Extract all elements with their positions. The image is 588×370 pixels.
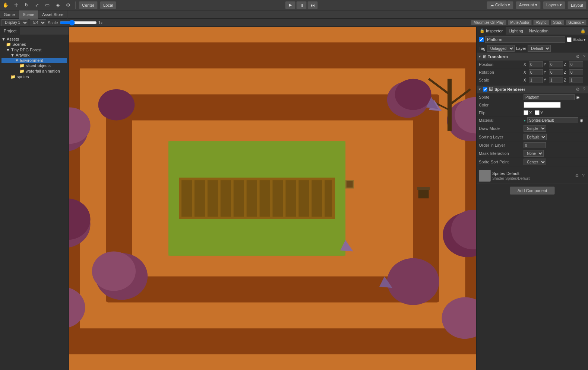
flip-x-label[interactable]: X xyxy=(524,110,532,115)
tree-sprites[interactable]: 📁 sprites xyxy=(1,74,67,80)
sorting-layer-select[interactable]: Default xyxy=(524,134,547,140)
navigation-tab[interactable]: Navigation xyxy=(526,27,551,35)
scale-slider[interactable] xyxy=(60,20,97,26)
scale-z-label: Z xyxy=(564,78,568,82)
mask-interaction-select[interactable]: None xyxy=(524,150,544,157)
svg-rect-15 xyxy=(285,180,296,217)
tree-sliced-objects[interactable]: 📁 sliced-objects xyxy=(1,63,67,68)
sprite-renderer-info-btn[interactable]: ? xyxy=(582,87,587,92)
color-swatch[interactable] xyxy=(524,102,561,108)
game-tab[interactable]: Game xyxy=(0,10,19,19)
custom-tool[interactable]: ⚙ xyxy=(64,1,72,9)
tree-waterfall[interactable]: 📁 waterfall animation xyxy=(1,68,67,74)
material-select-icon[interactable]: ◉ xyxy=(580,118,584,123)
gizmos-btn[interactable]: Gizmos ▾ xyxy=(566,20,587,25)
sprite-sort-point-select[interactable]: Center xyxy=(524,159,546,165)
project-panel-tab[interactable]: Project xyxy=(0,27,20,35)
sep1 xyxy=(75,1,76,9)
panel-lock-icon[interactable]: 🔒 xyxy=(580,28,588,34)
collab-icon: ☁ xyxy=(490,3,494,7)
material-info: Sprites-Default Shader Sprites/Default xyxy=(492,171,530,181)
tree-environment[interactable]: ▼ Environment xyxy=(1,58,67,63)
rotate-tool[interactable]: ↻ xyxy=(22,1,31,9)
rect-tool[interactable]: ▭ xyxy=(43,1,51,9)
stats-btn[interactable]: Stats xyxy=(551,20,565,25)
layer-select[interactable]: Default xyxy=(528,45,551,52)
hand-tool[interactable]: ✋ xyxy=(1,1,10,9)
mute-btn[interactable]: Mute Audio xyxy=(508,20,532,25)
tree-tinyrpg[interactable]: ▼ Tiny RPG Forest xyxy=(1,47,67,52)
layer-label: Layer xyxy=(516,46,527,51)
material-settings-btn[interactable]: ⚙ xyxy=(574,173,580,178)
pos-y-input[interactable] xyxy=(549,61,563,67)
artwork-label: Artwork xyxy=(16,53,29,57)
vsync-btn[interactable]: VSync xyxy=(533,20,549,25)
pos-x-input[interactable] xyxy=(529,61,543,67)
scale-y-input[interactable] xyxy=(549,77,563,83)
rot-y-input[interactable] xyxy=(549,69,563,75)
color-row: Color xyxy=(477,101,588,109)
order-in-layer-input[interactable] xyxy=(524,142,546,148)
transform-header[interactable]: ▼ ⊞ Transform ⚙ ? xyxy=(477,53,588,61)
tag-label: Tag xyxy=(479,46,486,51)
play-button[interactable]: ▶ xyxy=(285,1,295,9)
collab-button[interactable]: ☁ Collab ▾ xyxy=(487,1,513,9)
pos-z-input[interactable] xyxy=(569,61,583,67)
layers-button[interactable]: Layers ▾ xyxy=(543,1,565,9)
tag-select[interactable]: Untagged xyxy=(487,45,515,52)
scale-z-input[interactable] xyxy=(569,77,583,83)
account-button[interactable]: Account ▾ xyxy=(516,1,541,9)
sprite-renderer-settings-btn[interactable]: ⚙ xyxy=(575,87,581,92)
material-section: Sprites-Default Shader Sprites/Default ⚙… xyxy=(477,168,588,184)
gameobject-enable-checkbox[interactable] xyxy=(479,37,484,42)
transform-info-btn[interactable]: ? xyxy=(582,54,587,59)
sprite-renderer-header[interactable]: ▼ 🖼 Sprite Renderer ⚙ ? xyxy=(477,86,588,93)
tree-artwork[interactable]: ▼ Artwork xyxy=(1,52,67,58)
transform-settings-btn[interactable]: ⚙ xyxy=(575,54,581,59)
scene-view[interactable] xyxy=(69,27,476,370)
static-checkbox[interactable] xyxy=(567,37,572,42)
gameobject-name-input[interactable] xyxy=(485,36,565,43)
local-button[interactable]: Local xyxy=(100,1,116,9)
svg-rect-20 xyxy=(168,219,345,256)
scene-tab[interactable]: Scene xyxy=(19,10,38,19)
static-dropdown-icon[interactable]: ▾ xyxy=(584,37,586,42)
move-tool[interactable]: ✛ xyxy=(12,1,20,9)
assetstore-tab-label: Asset Store xyxy=(42,12,63,17)
sprite-label: Sprite xyxy=(479,95,524,99)
material-shader-label: Shader Sprites/Default xyxy=(492,176,530,181)
sorting-layer-label: Sorting Layer xyxy=(479,135,524,139)
tree-assets[interactable]: ▼ Assets xyxy=(1,36,67,42)
sprite-value-input[interactable] xyxy=(524,94,575,100)
drawmode-select[interactable]: Simple xyxy=(524,125,546,132)
center-button[interactable]: Center xyxy=(79,1,98,9)
collab-label: Collab ▾ xyxy=(495,3,510,7)
maximize-btn[interactable]: Maximize On Play xyxy=(471,20,506,25)
pause-button[interactable]: ⏸ xyxy=(296,1,307,9)
rot-z-input[interactable] xyxy=(569,69,583,75)
lighting-label: Lighting xyxy=(509,29,523,33)
add-component-button[interactable]: Add Component xyxy=(510,186,555,195)
scale-x-input[interactable] xyxy=(529,77,543,83)
tree-scenes[interactable]: 📁 Scenes xyxy=(1,42,67,47)
sprite-renderer-title: Sprite Renderer xyxy=(494,87,573,92)
drawmode-label: Draw Mode xyxy=(479,126,524,131)
sprite-renderer-enable[interactable] xyxy=(483,87,487,92)
inspector-tab[interactable]: 🔒 Inspector xyxy=(477,27,506,35)
layout-button[interactable]: Layout xyxy=(568,1,587,9)
lighting-tab[interactable]: Lighting xyxy=(506,27,526,35)
flip-y-checkbox[interactable] xyxy=(535,110,540,115)
assetstore-tab[interactable]: Asset Store xyxy=(38,10,67,19)
sprite-select-icon[interactable]: ◉ xyxy=(576,95,580,100)
material-btns: ⚙ ? xyxy=(574,173,586,178)
step-button[interactable]: ⏭ xyxy=(307,1,318,9)
scale-tool[interactable]: ⤢ xyxy=(33,1,41,9)
flip-x-checkbox[interactable] xyxy=(524,110,528,115)
rot-x-input[interactable] xyxy=(529,69,543,75)
material-info-btn[interactable]: ? xyxy=(581,173,586,178)
material-value-input[interactable] xyxy=(527,117,578,123)
flip-y-label[interactable]: Y xyxy=(535,110,543,115)
transform-tool[interactable]: ◈ xyxy=(54,1,62,9)
scale-select[interactable]: 5:4 xyxy=(30,19,46,26)
display-select[interactable]: Display 1 xyxy=(1,19,28,26)
